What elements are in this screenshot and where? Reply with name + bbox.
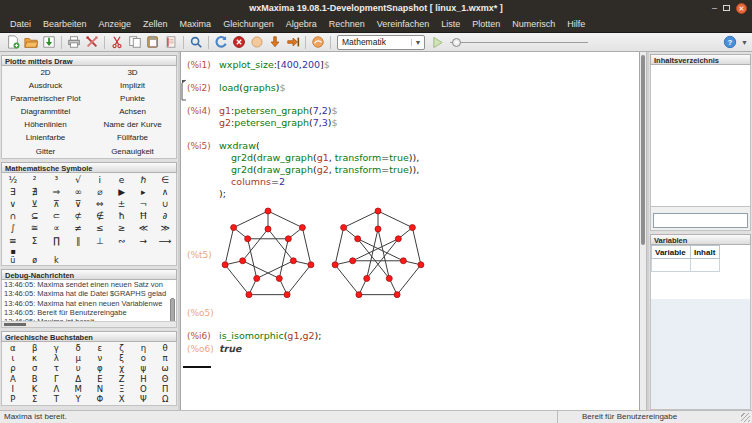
greek-letter-button[interactable]: Σ <box>24 394 46 404</box>
symbol-button[interactable]: ⇔ <box>89 198 111 210</box>
draw-button-füllfarbe[interactable]: Füllfarbe <box>89 131 176 144</box>
open-icon[interactable] <box>22 34 40 50</box>
greek-letter-button[interactable]: δ <box>67 343 89 353</box>
symbol-button[interactable]: ∈ <box>154 174 176 186</box>
toc-filter-input[interactable] <box>653 213 748 228</box>
greek-letter-button[interactable]: ζ <box>111 343 133 353</box>
greek-letter-button[interactable]: λ <box>46 353 68 363</box>
symbol-button[interactable]: ∧ <box>154 186 176 198</box>
cut-icon[interactable] <box>108 34 126 50</box>
symbol-button[interactable]: ³ <box>46 174 68 186</box>
symbol-button[interactable]: ∄ <box>24 186 46 198</box>
symbol-button[interactable]: ⊂ <box>46 210 68 222</box>
menu-liste[interactable]: Liste <box>435 16 466 32</box>
toolbar-overflow-caret-icon[interactable]: ▼ <box>741 39 748 46</box>
symbol-button[interactable]: k <box>46 256 68 265</box>
help-icon[interactable]: ? <box>721 34 739 50</box>
symbol-button[interactable]: Σ <box>24 235 46 247</box>
greek-letter-button[interactable]: ξ <box>111 353 133 363</box>
menu-zellen[interactable]: Zellen <box>137 16 174 32</box>
restart-icon[interactable] <box>212 34 230 50</box>
notebook[interactable]: (%i1)wxplot_size:[400,200]$(%i2)load(gra… <box>180 52 640 410</box>
greek-letter-button[interactable]: Ο <box>133 384 155 394</box>
greek-letter-button[interactable]: φ <box>89 363 111 373</box>
symbol-button[interactable]: ⌀ <box>89 186 111 198</box>
symbol-button[interactable]: ▸ <box>133 186 155 198</box>
notebook-scrollbar-thumb[interactable] <box>641 55 645 245</box>
symbol-button[interactable]: ≠ <box>67 222 89 234</box>
symbol-button[interactable]: ∩ <box>2 210 24 222</box>
cell-content[interactable]: true <box>219 343 241 355</box>
play-icon[interactable] <box>428 34 446 50</box>
symbol-button[interactable]: ∞ <box>67 186 89 198</box>
draw-button-genauigkeit[interactable]: Genauigkeit <box>89 145 176 158</box>
minimize-button[interactable]: – <box>712 0 717 16</box>
greek-letter-button[interactable]: Π <box>154 384 176 394</box>
menu-gleichungen[interactable]: Gleichungen <box>217 16 280 32</box>
copy-icon[interactable] <box>126 34 144 50</box>
greek-letter-button[interactable]: χ <box>111 363 133 373</box>
draw-button-implizit[interactable]: Implizit <box>89 79 176 92</box>
symbol-button[interactable]: ⊆ <box>24 210 46 222</box>
notebook-cell[interactable]: (%o6)true <box>187 343 639 355</box>
greek-letter-button[interactable]: υ <box>67 363 89 373</box>
symbol-button[interactable]: ⊥ <box>89 235 111 247</box>
symbol-button[interactable]: ħ <box>111 210 133 222</box>
follow-icon[interactable] <box>248 34 266 50</box>
symbol-button[interactable]: ü <box>2 256 24 265</box>
symbol-button[interactable]: ≥ <box>111 222 133 234</box>
notebook-cell[interactable]: (%i1)wxplot_size:[400,200]$ <box>187 59 639 71</box>
greek-letter-button[interactable]: Κ <box>24 384 46 394</box>
symbol-button[interactable]: ≅ <box>24 222 46 234</box>
notebook-cell[interactable]: (%i4)g1:petersen_graph(7,2)$g2:petersen_… <box>187 105 639 129</box>
greek-letter-button[interactable]: Τ <box>46 394 68 404</box>
symbol-button[interactable]: ∥ <box>67 235 89 247</box>
toc-list[interactable] <box>650 65 751 207</box>
notebook-cell[interactable]: (%o5) <box>187 307 639 319</box>
symbol-button[interactable]: ∂ <box>154 210 176 222</box>
interrupt-icon[interactable] <box>230 34 248 50</box>
symbol-button[interactable]: ∨ <box>2 198 24 210</box>
symbol-button[interactable]: → <box>133 235 155 247</box>
greek-letter-button[interactable]: ι <box>2 353 24 363</box>
greek-letter-button[interactable]: σ <box>24 363 46 373</box>
menu-vereinfachen[interactable]: Vereinfachen <box>371 16 436 32</box>
menu-rechnen[interactable]: Rechnen <box>323 16 371 32</box>
greek-letter-button[interactable]: Φ <box>89 394 111 404</box>
resize-grip-icon[interactable] <box>741 413 750 422</box>
cell-content[interactable]: is_isomorphic(g1,g2); <box>219 330 321 342</box>
find-icon[interactable] <box>187 34 205 50</box>
greek-letter-button[interactable]: Γ <box>46 374 68 384</box>
delete-icon[interactable] <box>162 34 180 50</box>
draw-button-2d[interactable]: 2D <box>2 66 89 79</box>
symbol-button[interactable]: ⊽ <box>67 198 89 210</box>
horizontal-cursor[interactable] <box>183 366 211 368</box>
cell-content[interactable]: wxplot_size:[400,200]$ <box>219 59 330 71</box>
notebook-cell[interactable]: (%i5)wxdraw( gr2d(draw_graph(g1, transfo… <box>187 140 639 200</box>
menu-maxima[interactable]: Maxima <box>174 16 218 32</box>
draw-button-achsen[interactable]: Achsen <box>89 105 176 118</box>
close-button[interactable]: ✕ <box>736 3 747 14</box>
notebook-cell[interactable]: (%i2)load(graphs)$ <box>187 82 639 94</box>
symbol-button[interactable]: ∪ <box>154 198 176 210</box>
greek-letter-button[interactable]: ρ <box>2 363 24 373</box>
evaluate-to-point-icon[interactable] <box>284 34 302 50</box>
greek-letter-button[interactable]: Λ <box>46 384 68 394</box>
save-icon[interactable] <box>40 34 58 50</box>
cell-content[interactable] <box>219 207 427 303</box>
draw-button-parametrischer-plot[interactable]: Parametrischer Plot <box>2 92 89 105</box>
draw-button-linienfarbe[interactable]: Linienfarbe <box>2 131 89 144</box>
draw-button-diagrammtitel[interactable]: Diagrammtitel <box>2 105 89 118</box>
greek-letter-button[interactable]: ω <box>154 363 176 373</box>
symbol-button[interactable]: ⊼ <box>46 198 68 210</box>
greek-letter-button[interactable]: Θ <box>154 374 176 384</box>
greek-letter-button[interactable]: γ <box>46 343 68 353</box>
symbol-button[interactable]: e <box>111 174 133 186</box>
greek-letter-button[interactable]: Υ <box>67 394 89 404</box>
draw-button-ausdruck[interactable]: Ausdruck <box>2 79 89 92</box>
symbol-button[interactable]: ⟶ <box>154 235 176 247</box>
greek-letter-button[interactable]: τ <box>46 363 68 373</box>
paste-icon[interactable] <box>144 34 162 50</box>
menu-algebra[interactable]: Algebra <box>280 16 323 32</box>
symbol-button[interactable]: √ <box>67 174 89 186</box>
